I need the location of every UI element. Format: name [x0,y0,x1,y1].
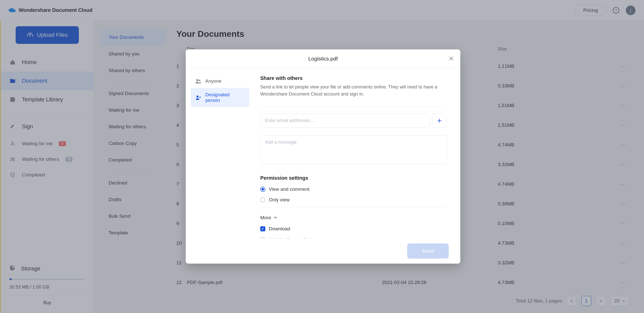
email-input[interactable] [260,114,430,128]
plus-icon [437,118,442,123]
message-textarea[interactable] [260,135,447,164]
chevron-up-icon [274,216,277,219]
checkbox-icon [260,226,265,231]
divider [260,106,447,107]
radio-icon [260,197,265,202]
download-checkbox[interactable]: Download [260,226,447,232]
svg-point-6 [197,96,199,98]
close-button[interactable] [448,55,454,61]
checkbox-label: Download [269,226,290,232]
radio-label: Only view [269,197,289,203]
tab-label: Anyone [205,78,221,84]
tab-label: Designated person [205,92,245,103]
checkbox-label: Add Verification Code [269,237,315,238]
share-anyone-tab[interactable]: Anyone [191,74,249,88]
add-recipient-button[interactable] [432,114,447,128]
svg-point-5 [199,80,200,81]
modal-title: Logistics.pdf [308,56,338,62]
modal-header: Logistics.pdf [186,49,460,68]
share-form: Share with others Send a link to let peo… [254,68,460,238]
share-description: Send a link to let people view your file… [260,84,447,98]
share-heading: Share with others [260,75,447,81]
verification-checkbox[interactable]: Add Verification Code [260,237,447,238]
more-toggle[interactable]: More [260,215,447,221]
perm-view-comment-radio[interactable]: View and comment [260,186,447,192]
send-button[interactable]: Send [407,243,449,259]
divider [260,208,447,208]
perm-only-view-radio[interactable]: Only view [260,197,447,203]
people-group-icon [195,79,201,84]
share-designated-tab[interactable]: Designated person [191,88,249,107]
person-add-icon [195,95,201,100]
share-modal: Logistics.pdf Anyone Designated person S… [186,49,460,264]
checkbox-icon [260,237,265,238]
share-mode-tabs: Anyone Designated person [186,68,254,238]
modal-footer: Send [186,238,460,264]
close-icon [448,55,454,61]
permission-heading: Permission settings [260,175,447,181]
radio-label: View and comment [269,186,309,192]
more-label: More [260,215,271,221]
radio-icon [260,187,265,192]
svg-point-4 [196,79,198,81]
